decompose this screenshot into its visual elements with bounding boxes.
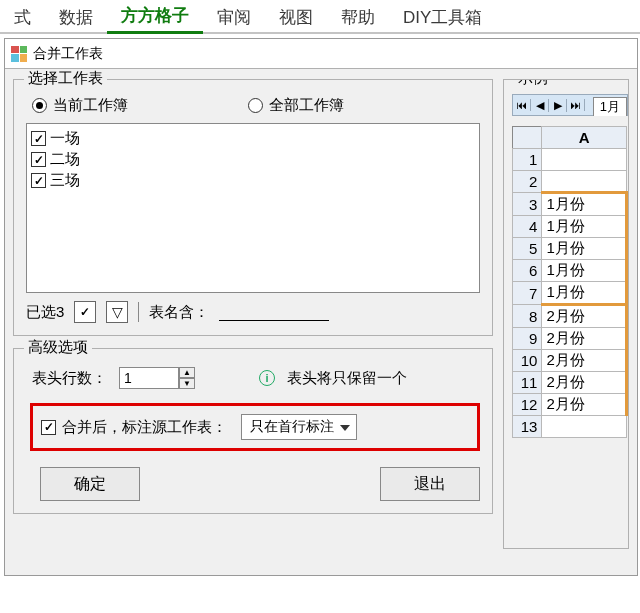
select-sheets-group: 选择工作表 当前工作簿 全部工作簿 一场 二场 三场	[13, 79, 493, 336]
name-contains-label: 表名含：	[149, 303, 209, 322]
merge-dialog: 合并工作表 选择工作表 当前工作簿 全部工作簿 一场 二场	[4, 38, 638, 576]
grid-corner[interactable]	[513, 127, 542, 149]
grid-cell[interactable]: 1月份	[542, 260, 627, 282]
nav-prev-icon[interactable]: ◀	[531, 99, 549, 112]
list-item[interactable]: 三场	[31, 170, 475, 191]
checkmark-icon	[78, 305, 93, 320]
grid-cell[interactable]	[542, 149, 627, 171]
checkbox-icon	[41, 420, 56, 435]
radio-dot-icon	[32, 98, 47, 113]
row-header[interactable]: 11	[513, 372, 542, 394]
grid-cell[interactable]: 2月份	[542, 328, 627, 350]
nav-next-icon[interactable]: ▶	[549, 99, 567, 112]
grid-cell[interactable]	[542, 416, 627, 438]
mark-source-select[interactable]: 只在首行标注	[241, 414, 357, 440]
checkbox-icon	[31, 131, 46, 146]
grid-cell[interactable]: 1月份	[542, 282, 627, 305]
grid-cell[interactable]: 2月份	[542, 305, 627, 328]
row-header[interactable]: 8	[513, 305, 542, 328]
name-contains-input[interactable]	[219, 303, 329, 321]
row-header[interactable]: 5	[513, 238, 542, 260]
row-header[interactable]: 12	[513, 394, 542, 416]
ribbon-tab-5[interactable]: 帮助	[327, 0, 389, 33]
filter-button[interactable]: ▽	[106, 301, 128, 323]
grid-cell[interactable]: 1月份	[542, 238, 627, 260]
dialog-titlebar: 合并工作表	[5, 39, 637, 69]
row-header[interactable]: 3	[513, 193, 542, 216]
info-icon: i	[259, 370, 275, 386]
ok-button[interactable]: 确定	[40, 467, 140, 501]
funnel-icon: ▽	[112, 304, 123, 320]
row-header[interactable]: 1	[513, 149, 542, 171]
row-header[interactable]: 4	[513, 216, 542, 238]
dialog-title: 合并工作表	[33, 45, 103, 63]
grid-cell[interactable]: 2月份	[542, 372, 627, 394]
grid-cell[interactable]: 1月份	[542, 193, 627, 216]
grid-cell[interactable]	[542, 171, 627, 193]
select-group-label: 选择工作表	[24, 69, 107, 88]
nav-first-icon[interactable]: ⏮	[513, 99, 531, 111]
header-rows-spinner[interactable]: ▲ ▼	[119, 367, 195, 389]
list-item[interactable]: 二场	[31, 149, 475, 170]
radio-all-workbooks[interactable]: 全部工作簿	[248, 96, 344, 115]
radio-dot-icon	[248, 98, 263, 113]
row-header[interactable]: 7	[513, 282, 542, 305]
list-item[interactable]: 一场	[31, 128, 475, 149]
preview-grid: A 1 2 31月份 41月份 51月份 61月份 71月份 82月份 92月份…	[512, 126, 628, 438]
window-icon	[11, 46, 27, 62]
grid-cell[interactable]: 2月份	[542, 350, 627, 372]
ribbon-tab-6[interactable]: DIY工具箱	[389, 0, 496, 33]
checkbox-icon	[31, 173, 46, 188]
ribbon-tab-3[interactable]: 审阅	[203, 0, 265, 33]
nav-last-icon[interactable]: ⏭	[567, 99, 585, 111]
ribbon-tab-1[interactable]: 数据	[45, 0, 107, 33]
header-note: 表头将只保留一个	[287, 369, 407, 388]
ribbon: 式 数据 方方格子 审阅 视图 帮助 DIY工具箱	[0, 0, 640, 34]
row-header[interactable]: 2	[513, 171, 542, 193]
ribbon-tab-0[interactable]: 式	[0, 0, 45, 33]
selected-count: 已选3	[26, 303, 64, 322]
cancel-button[interactable]: 退出	[380, 467, 480, 501]
highlight-annotation: 合并后，标注源工作表： 只在首行标注	[30, 403, 480, 451]
row-header[interactable]: 9	[513, 328, 542, 350]
row-header[interactable]: 6	[513, 260, 542, 282]
row-header[interactable]: 13	[513, 416, 542, 438]
grid-cell[interactable]: 2月份	[542, 394, 627, 416]
sheet-tab[interactable]: 1月	[593, 97, 627, 116]
checkbox-icon	[31, 152, 46, 167]
ribbon-tab-4[interactable]: 视图	[265, 0, 327, 33]
radio-current-workbook[interactable]: 当前工作簿	[32, 96, 128, 115]
sheet-listbox[interactable]: 一场 二场 三场	[26, 123, 480, 293]
toggle-all-button[interactable]	[74, 301, 96, 323]
header-rows-input[interactable]	[119, 367, 179, 389]
row-header[interactable]: 10	[513, 350, 542, 372]
sheet-tab-strip: ⏮ ◀ ▶ ⏭ 1月	[512, 94, 628, 116]
spin-down-button[interactable]: ▼	[179, 378, 195, 389]
spin-up-button[interactable]: ▲	[179, 367, 195, 378]
example-group: 示例 ⏮ ◀ ▶ ⏭ 1月 A 1 2 31月份 41月份 51月份 61月份	[503, 79, 629, 549]
example-label: 示例	[514, 79, 552, 88]
ribbon-tab-2[interactable]: 方方格子	[107, 0, 203, 34]
col-header-a[interactable]: A	[542, 127, 627, 149]
advanced-group: 高级选项 表头行数： ▲ ▼ i 表头将只保留一个	[13, 348, 493, 514]
header-rows-label: 表头行数：	[32, 369, 107, 388]
advanced-label: 高级选项	[24, 338, 92, 357]
grid-cell[interactable]: 1月份	[542, 216, 627, 238]
mark-source-checkbox[interactable]: 合并后，标注源工作表：	[41, 418, 227, 437]
